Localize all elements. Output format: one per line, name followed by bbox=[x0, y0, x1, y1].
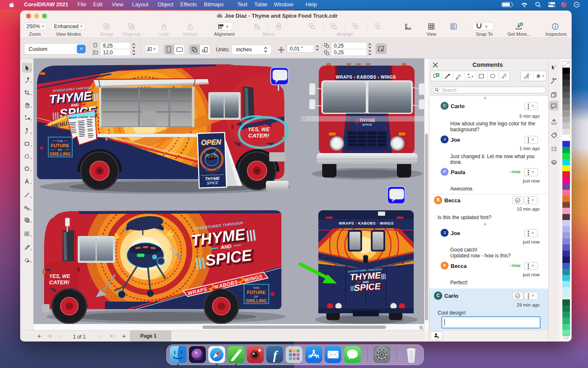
svg-text:THE: THE bbox=[57, 140, 63, 143]
svg-text:THE: THE bbox=[253, 286, 260, 289]
svg-text:|||: ||| bbox=[350, 285, 355, 291]
svg-text:CATER!: CATER! bbox=[49, 279, 70, 286]
svg-text:OPEN: OPEN bbox=[201, 138, 222, 147]
svg-text:?: ? bbox=[554, 65, 556, 68]
svg-text:WRAPS ♦ KABOBS ♦ WINGS: WRAPS ♦ KABOBS ♦ WINGS bbox=[336, 75, 396, 79]
svg-text:CATER!: CATER! bbox=[248, 132, 269, 139]
svg-text:SPICE: SPICE bbox=[207, 180, 218, 185]
svg-text:SPICE: SPICE bbox=[362, 123, 373, 127]
svg-text:|||: ||| bbox=[381, 273, 386, 280]
svg-text:|||: ||| bbox=[194, 256, 206, 270]
svg-text:|||: ||| bbox=[93, 92, 101, 101]
svg-text:OF: OF bbox=[254, 295, 258, 298]
svg-text:WRAPS ♦ KABOBS ♦ WINGS: WRAPS ♦ KABOBS ♦ WINGS bbox=[339, 221, 394, 225]
svg-text:YES, WE: YES, WE bbox=[49, 273, 71, 279]
svg-text:|||: ||| bbox=[245, 228, 256, 242]
svg-text:YES, WE: YES, WE bbox=[248, 127, 270, 132]
svg-text:FUTURE: FUTURE bbox=[247, 290, 266, 295]
svg-text:SPICE: SPICE bbox=[354, 281, 381, 293]
svg-text:GRILLING: GRILLING bbox=[246, 298, 267, 303]
svg-text:OF: OF bbox=[58, 148, 62, 151]
svg-text:FUTURE: FUTURE bbox=[51, 143, 70, 148]
svg-text:GRILLING: GRILLING bbox=[50, 151, 71, 156]
